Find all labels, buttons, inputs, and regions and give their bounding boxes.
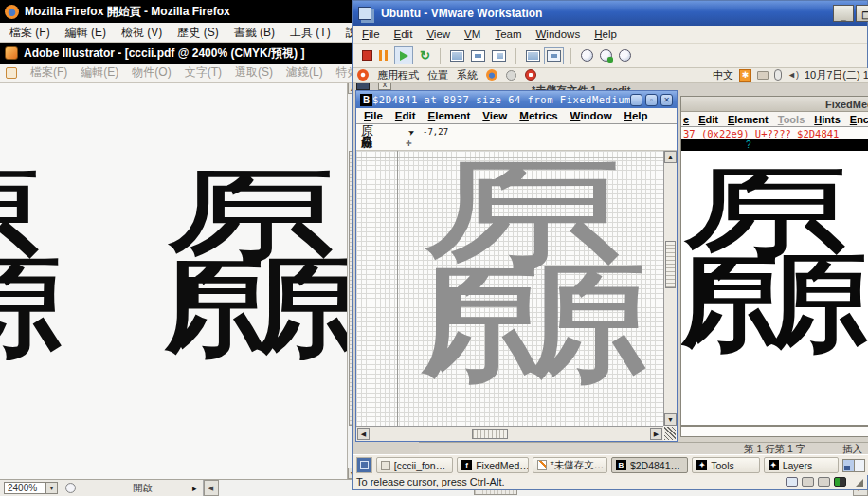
taskbar-item-tools[interactable]: ✦ Tools — [692, 457, 759, 473]
glyph-editor-titlebar[interactable]: B $2D4841 at 8937 size 64 from FixedMedi… — [356, 91, 677, 108]
fontview-menu-encoding[interactable]: Encoding — [850, 114, 868, 125]
console-tab-icon[interactable] — [547, 50, 561, 62]
revert-snapshot-icon[interactable] — [600, 49, 612, 62]
scroll-left-icon[interactable]: ◀ — [357, 428, 370, 440]
firefox-menu-file[interactable]: 檔案 (F) — [9, 25, 50, 41]
scrollbar-thumb[interactable] — [472, 429, 508, 439]
bitmap-grid-canvas[interactable]: 厵 — [356, 151, 663, 426]
fontview-titlebar[interactable]: FixedMed — [681, 97, 868, 112]
vmware-menu-edit[interactable]: Edit — [394, 28, 413, 40]
show-desktop-icon[interactable] — [356, 457, 372, 473]
illustrator-menu-type[interactable]: 文字(T) — [185, 64, 222, 81]
glyph-menu-metrics[interactable]: Metrics — [519, 110, 557, 121]
illustrator-menu-object[interactable]: 物件(O) — [132, 64, 171, 81]
vmware-menu-help[interactable]: Help — [594, 28, 617, 40]
firefox-menu-bookmarks[interactable]: 書籤 (B) — [234, 25, 275, 41]
vmware-titlebar[interactable]: Ubuntu - VMware Workstation _ ❐ — [353, 1, 867, 26]
taskbar-item-label: [cccii_fon… — [394, 460, 445, 471]
summary-view-icon[interactable] — [526, 50, 540, 62]
glyph-menu-edit[interactable]: Edit — [395, 110, 416, 121]
fontview-menu-edit[interactable]: Edit — [698, 114, 718, 125]
scroll-down-icon[interactable]: ▼ — [664, 413, 677, 426]
workspace-switcher[interactable] — [842, 459, 865, 472]
snapshot-manager-icon[interactable] — [619, 49, 631, 62]
firefox-menu-edit[interactable]: 編輯 (E) — [65, 25, 106, 41]
console-view-icon[interactable] — [450, 50, 464, 62]
snapshot-icon[interactable] — [581, 49, 593, 62]
volume-icon[interactable]: ◄) — [787, 70, 799, 80]
suspend-icon[interactable] — [379, 50, 388, 61]
status-label[interactable]: 開啟 — [133, 482, 153, 495]
firefox-launcher-icon[interactable] — [486, 69, 497, 81]
illustrator-menu-edit[interactable]: 編輯(E) — [81, 64, 118, 81]
scroll-right-icon[interactable]: ▶ — [650, 428, 662, 440]
applications-menu[interactable]: 應用程式 — [377, 68, 419, 83]
fontview-menu-hints[interactable]: Hints — [814, 114, 841, 125]
glyph-horizontal-scrollbar[interactable]: ◀ ▶ — [356, 426, 663, 441]
maximize-button[interactable]: ▫ — [645, 94, 658, 106]
minimize-button[interactable]: _ — [833, 5, 854, 22]
taskbar-item-gedit[interactable]: *未儲存文… — [533, 457, 607, 473]
zoom-level-field[interactable]: 2400% — [4, 482, 45, 494]
power-off-icon[interactable] — [362, 50, 372, 61]
glyph-vertical-scrollbar[interactable]: ▲ ▼ — [663, 151, 677, 426]
ubuntu-logo-icon[interactable] — [357, 69, 369, 81]
vmware-menu-view[interactable]: View — [426, 28, 450, 40]
fontview-menu-tools[interactable]: Tools — [778, 114, 805, 125]
maximize-button[interactable]: ❐ — [856, 5, 868, 22]
minimize-button[interactable]: – — [630, 94, 642, 106]
corner-tool-icon[interactable] — [664, 427, 676, 440]
editing-glyph-bitmap[interactable]: 厵 — [415, 156, 652, 394]
floppy-icon[interactable] — [818, 477, 830, 487]
places-menu[interactable]: 位置 — [427, 68, 448, 83]
panel-clock[interactable]: 10月7日(二) 12: — [805, 68, 868, 83]
zoom-dropdown-button[interactable]: ▾ — [45, 482, 58, 494]
fullscreen-icon[interactable] — [471, 50, 485, 62]
glyph-cell[interactable]: 厵 — [681, 151, 868, 427]
scroll-left-icon[interactable]: ◀ — [204, 480, 219, 496]
firefox-menu-history[interactable]: 歷史 (S) — [177, 25, 218, 41]
vmware-statusbar: To release cursor, press Ctrl-Alt. — [353, 473, 867, 489]
help-lifebuoy-icon[interactable] — [525, 69, 536, 81]
cd-rom-icon[interactable] — [802, 477, 814, 487]
update-notifier-icon[interactable] — [506, 70, 516, 81]
scim-input-icon[interactable]: ✱ — [739, 69, 751, 82]
resize-grip-icon[interactable] — [855, 479, 863, 487]
vmware-menu-vm[interactable]: VM — [464, 28, 480, 40]
workspace-2[interactable] — [854, 460, 864, 471]
workspace-1[interactable] — [843, 460, 854, 471]
glyph-menu-help[interactable]: Help — [624, 110, 648, 121]
illustrator-menu-filter[interactable]: 濾鏡(L) — [286, 64, 323, 81]
power-on-button[interactable] — [394, 46, 413, 64]
hard-disk-icon[interactable] — [786, 477, 798, 487]
language-indicator[interactable]: 中文 — [713, 68, 733, 83]
close-button[interactable]: ✕ — [660, 94, 673, 106]
taskbar-item-cccii[interactable]: [cccii_fon… — [376, 457, 453, 473]
fontview-menu-element[interactable]: Element — [728, 114, 769, 125]
fontview-menu-file[interactable]: e — [683, 114, 689, 125]
glyph-menu-file[interactable]: File — [364, 110, 383, 121]
glyph-menu-element[interactable]: Element — [428, 110, 471, 121]
vmware-menu-team[interactable]: Team — [495, 28, 521, 40]
network-adapter-icon[interactable] — [834, 477, 846, 487]
scrollbar-thumb[interactable] — [665, 241, 676, 288]
mouse-settings-icon[interactable] — [774, 69, 782, 81]
vmware-menu-windows[interactable]: Windows — [536, 28, 581, 40]
system-menu[interactable]: 系統 — [457, 68, 478, 83]
reset-icon[interactable]: ↻ — [420, 49, 430, 62]
vmware-menu-file[interactable]: File — [362, 28, 380, 40]
firefox-menu-view[interactable]: 檢視 (V) — [121, 25, 162, 41]
taskbar-item-glyph-editor[interactable]: B $2D4841… — [611, 457, 688, 473]
status-flyout-icon[interactable]: ▸ — [192, 484, 197, 493]
firefox-menu-tools[interactable]: 工具 (T) — [290, 25, 331, 41]
illustrator-menu-file[interactable]: 檔案(F) — [30, 64, 67, 81]
vmware-toolbar: ↻ — [353, 44, 867, 68]
illustrator-menu-select[interactable]: 選取(S) — [235, 64, 273, 81]
taskbar-item-fixedmedium[interactable]: f FixedMed… — [457, 457, 528, 473]
glyph-menu-window[interactable]: Window — [570, 110, 612, 121]
printer-icon[interactable] — [757, 71, 769, 80]
scroll-up-icon[interactable]: ▲ — [664, 151, 677, 163]
taskbar-item-layers[interactable]: ✦ Layers — [764, 457, 839, 473]
glyph-menu-view[interactable]: View — [482, 110, 507, 121]
quick-switch-icon[interactable] — [492, 50, 506, 62]
